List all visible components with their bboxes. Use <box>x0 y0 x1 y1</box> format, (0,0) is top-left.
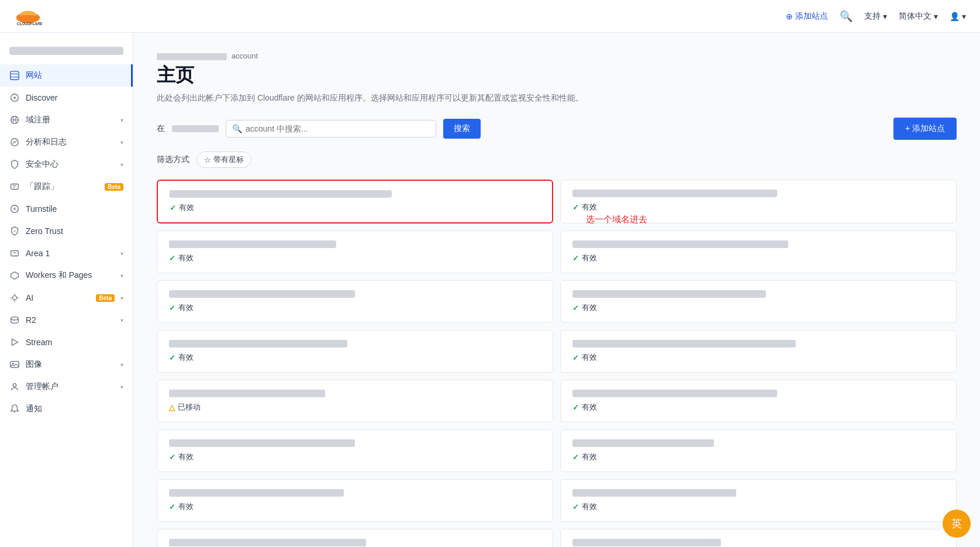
turnstile-icon <box>9 204 20 214</box>
site-card[interactable]: ✓有效 <box>157 231 553 273</box>
add-site-button[interactable]: + 添加站点 <box>893 118 957 140</box>
site-card[interactable]: ✓有效 <box>560 529 957 547</box>
status-text: 有效 <box>582 501 597 512</box>
site-card[interactable]: ✓有效 <box>157 429 553 472</box>
nav-add-site-button[interactable]: ⊕ 添加站点 <box>786 11 828 22</box>
sidebar-item-r2[interactable]: R2 ▾ <box>0 309 133 331</box>
site-card[interactable]: ✓有效 <box>157 479 553 522</box>
sidebar-item-area1[interactable]: Area 1 ▾ <box>0 242 133 264</box>
site-card[interactable]: ✓有效 <box>560 479 957 522</box>
logo[interactable]: CLOUDFLARE <box>14 7 42 26</box>
sidebar-item-security[interactable]: 安全中心 ▾ <box>0 153 133 176</box>
beta-badge: Beta <box>96 294 115 302</box>
chevron-down-icon: ▾ <box>934 12 938 21</box>
sidebar-item-zero-trust[interactable]: Zero Trust <box>0 220 133 242</box>
filter-starred[interactable]: ☆ 带有星标 <box>196 152 251 168</box>
site-name-placeholder <box>169 240 336 248</box>
site-status: ✓有效 <box>170 202 540 213</box>
site-card[interactable]: ✓有效 <box>560 180 957 223</box>
chevron-icon: ▾ <box>120 273 123 279</box>
security-icon <box>9 159 20 170</box>
images-icon <box>9 359 20 370</box>
language-button[interactable]: 简体中文 ▾ <box>899 11 938 22</box>
search-button[interactable]: 搜索 <box>443 119 481 139</box>
site-status: ✓有效 <box>572 501 944 512</box>
site-name-placeholder <box>169 439 355 447</box>
site-card[interactable]: ✓有效 <box>157 529 553 547</box>
sidebar-item-discover[interactable]: Discover <box>0 87 133 109</box>
search-icon: 🔍 <box>232 124 242 133</box>
status-check-icon: ✓ <box>572 503 579 511</box>
language-label: 简体中文 <box>899 11 931 22</box>
status-check-icon: ✓ <box>572 203 579 212</box>
sidebar-item-trace[interactable]: 「跟踪」 Beta <box>0 176 133 198</box>
sidebar-item-domain-reg[interactable]: 域注册 ▾ <box>0 109 133 131</box>
site-status: ✓有效 <box>572 452 944 462</box>
svg-marker-26 <box>12 339 18 346</box>
account-name-placeholder <box>9 47 123 55</box>
account-switcher[interactable] <box>0 42 133 64</box>
trace-icon <box>9 181 20 192</box>
site-card[interactable]: ✓有效 <box>560 380 957 422</box>
status-text: 有效 <box>178 302 194 313</box>
user-menu-button[interactable]: 👤 ▾ <box>950 12 966 21</box>
chevron-icon: ▾ <box>120 250 123 257</box>
sidebar-item-workers[interactable]: Workers 和 Pages ▾ <box>0 264 133 287</box>
site-card[interactable]: ✓有效 <box>560 429 957 472</box>
site-card[interactable]: ✓有效 <box>157 280 553 323</box>
svg-point-29 <box>13 384 16 387</box>
status-text: 有效 <box>582 402 597 412</box>
search-input-wrap[interactable]: 🔍 <box>226 120 436 137</box>
support-button[interactable]: 支持 ▾ <box>864 11 887 22</box>
status-check-icon: ✓ <box>572 304 579 312</box>
help-avatar[interactable]: 英 <box>943 510 971 538</box>
manage-icon <box>9 381 20 392</box>
svg-marker-19 <box>11 272 19 280</box>
search-input[interactable] <box>246 124 430 133</box>
account-text: account <box>232 51 258 60</box>
search-button[interactable]: 🔍 <box>840 10 853 23</box>
status-check-icon: ✓ <box>169 503 175 511</box>
site-name-placeholder <box>169 290 355 298</box>
sidebar-item-analytics[interactable]: 分析和日志 ▾ <box>0 131 133 153</box>
page-title: 主页 <box>157 63 957 88</box>
site-card[interactable]: ✓有效 <box>157 330 553 373</box>
sidebar-item-stream[interactable]: Stream <box>0 331 133 353</box>
svg-point-8 <box>13 97 16 99</box>
site-name-placeholder <box>572 190 777 197</box>
site-status: ✓有效 <box>572 352 944 363</box>
status-check-icon: ✓ <box>572 353 579 362</box>
site-name-placeholder <box>170 190 392 198</box>
site-card[interactable]: ✓有效 <box>560 231 957 273</box>
sidebar-item-notifications[interactable]: 通知 <box>0 398 133 420</box>
r2-icon <box>9 315 20 325</box>
chevron-icon: ▾ <box>120 161 123 168</box>
avatar-text: 英 <box>951 517 962 531</box>
top-nav-right: ⊕ 添加站点 🔍 支持 ▾ 简体中文 ▾ 👤 ▾ <box>786 10 966 23</box>
site-card[interactable]: ✓有效 <box>560 280 957 323</box>
sidebar-item-label: 管理帐户 <box>26 381 115 392</box>
sidebar-item-manage-account[interactable]: 管理帐户 ▾ <box>0 376 133 398</box>
status-text: 有效 <box>178 452 194 462</box>
status-text: 有效 <box>582 352 597 363</box>
search-prefix: 在 <box>157 123 165 134</box>
sidebar-item-websites[interactable]: 网站 <box>0 64 133 87</box>
top-navigation: CLOUDFLARE ⊕ 添加站点 🔍 支持 ▾ 简体中文 ▾ 👤 ▾ <box>0 0 980 33</box>
filter-bar: 筛选方式 ☆ 带有星标 <box>157 152 957 168</box>
sidebar-item-turnstile[interactable]: Turnstile <box>0 198 133 220</box>
site-card[interactable]: ✓有效 <box>157 180 553 223</box>
status-text: 有效 <box>582 253 597 263</box>
status-text: 有效 <box>178 253 194 263</box>
sidebar-item-ai[interactable]: AI Beta ▾ <box>0 287 133 309</box>
status-warn-icon: △ <box>169 403 175 412</box>
site-card[interactable]: △已移动 <box>157 380 553 422</box>
site-card[interactable]: ✓有效 <box>560 330 957 373</box>
site-status: ✓有效 <box>169 352 541 363</box>
main-content: account 主页 此处会列出此帐户下添加到 Cloudflare 的网站和应… <box>133 33 980 547</box>
sidebar-item-images[interactable]: 图像 ▾ <box>0 353 133 376</box>
sidebar-item-label: Area 1 <box>26 249 115 258</box>
site-status: ✓有效 <box>169 302 541 313</box>
sidebar-item-label: 域注册 <box>26 115 115 125</box>
discover-icon <box>9 92 20 103</box>
domain-icon <box>9 115 20 125</box>
